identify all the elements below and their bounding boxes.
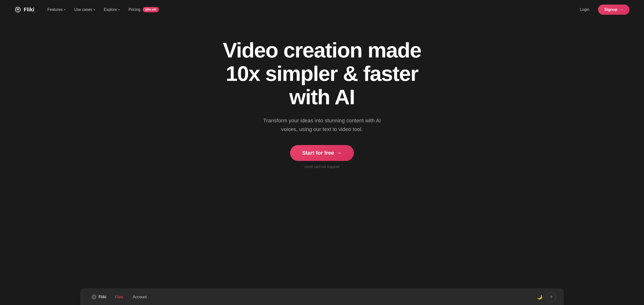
logo[interactable]: Fliki: [14, 6, 34, 13]
help-button[interactable]: ?: [546, 292, 556, 302]
app-bar-left: Fliki Files Account: [88, 293, 151, 302]
nav-item-explore[interactable]: Explore ▾: [100, 5, 123, 14]
svg-point-0: [17, 9, 18, 10]
credit-card-note: credit card not required: [304, 165, 340, 169]
nav-item-features[interactable]: Features ▾: [44, 5, 69, 14]
app-bar-right: 🌙 ?: [535, 292, 556, 302]
signup-arrow: →: [619, 7, 623, 12]
account-tab-label: Account: [133, 295, 147, 299]
nav-links: Features ▾ Use cases ▾ Explore ▾ Pricing…: [44, 5, 162, 14]
nav-item-use-cases[interactable]: Use cases ▾: [71, 5, 98, 14]
explore-label: Explore: [104, 7, 117, 12]
app-bar: Fliki Files Account 🌙 ?: [80, 289, 564, 305]
pricing-label: Pricing: [128, 7, 140, 12]
hero-title: Video creation made 10x simpler & faster…: [213, 39, 431, 109]
files-tab-label: Files: [115, 295, 123, 299]
cta-arrow: →: [336, 150, 342, 156]
question-mark-icon: ?: [550, 295, 552, 299]
app-bar-fliki-icon: [91, 294, 96, 300]
app-bar-tab-account[interactable]: Account: [128, 293, 151, 301]
app-bar-tab-files[interactable]: Files: [111, 293, 128, 301]
fliki-logo-icon: [14, 6, 21, 13]
cta-label: Start for free: [302, 150, 334, 156]
hero-subtitle: Transform your ideas into stunning conte…: [259, 116, 385, 133]
features-chevron: ▾: [64, 8, 66, 11]
svg-point-1: [94, 296, 94, 297]
logo-text: Fliki: [24, 6, 34, 13]
moon-icon: 🌙: [537, 294, 542, 300]
app-bar-brand-name: Fliki: [98, 295, 106, 299]
login-button[interactable]: Login: [576, 5, 593, 14]
app-bar-logo[interactable]: Fliki: [88, 293, 110, 302]
nav-item-pricing[interactable]: Pricing 50% off!: [125, 5, 162, 14]
navbar: Fliki Features ▾ Use cases ▾ Explore ▾ P…: [0, 0, 644, 19]
features-label: Features: [47, 7, 62, 12]
navbar-right: Login Signup →: [576, 4, 630, 15]
start-for-free-button[interactable]: Start for free →: [290, 145, 354, 161]
signup-label: Signup: [604, 7, 618, 12]
hero-section: Video creation made 10x simpler & faster…: [0, 19, 644, 183]
signup-button[interactable]: Signup →: [598, 4, 630, 15]
pricing-badge: 50% off!: [143, 7, 159, 12]
explore-chevron: ▾: [118, 8, 120, 11]
dark-mode-toggle[interactable]: 🌙: [535, 292, 544, 302]
use-cases-label: Use cases: [74, 7, 92, 12]
use-cases-chevron: ▾: [94, 8, 95, 11]
navbar-left: Fliki Features ▾ Use cases ▾ Explore ▾ P…: [14, 5, 162, 14]
